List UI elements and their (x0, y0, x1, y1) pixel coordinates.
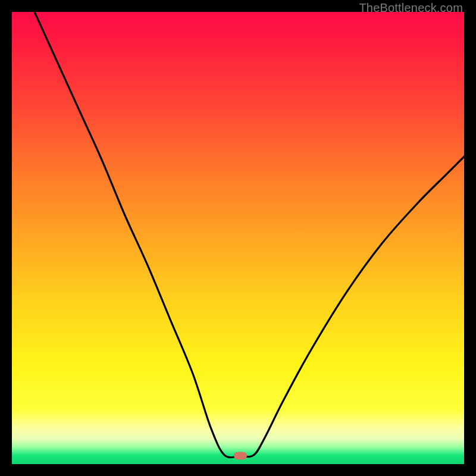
plot-area (12, 12, 464, 464)
optimal-point-marker (234, 452, 247, 460)
curve-path (35, 12, 464, 458)
bottleneck-curve (12, 12, 464, 464)
chart-stage: TheBottleneck.com (0, 0, 476, 476)
